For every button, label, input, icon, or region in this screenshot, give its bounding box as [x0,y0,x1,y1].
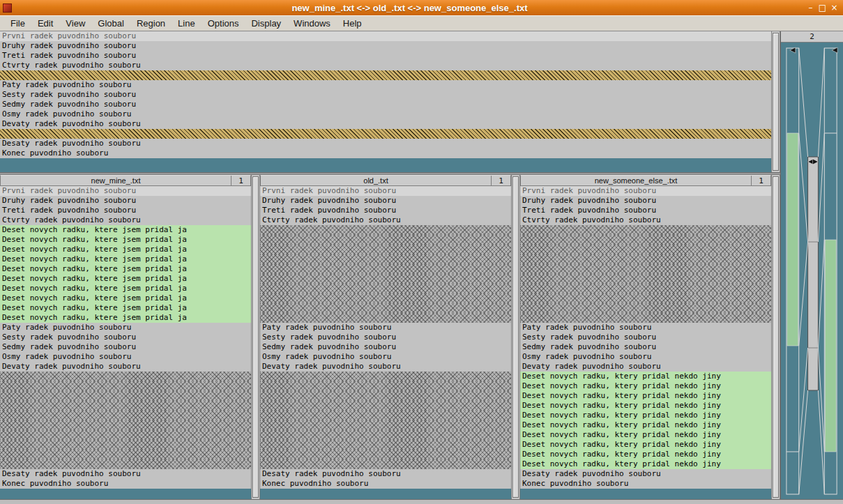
added-diff-line[interactable]: Deset novych radku, ktere jsem pridal ja [0,274,251,284]
added-diff-line[interactable]: Deset novych radku, ktery pridal nekdo j… [520,401,771,411]
text-line: Ctvrty radek puvodniho souboru [260,215,511,225]
text-line: Paty radek puvodniho souboru [0,323,251,333]
close-button[interactable]: × [828,2,840,13]
diff-hatch-line[interactable] [520,313,771,323]
added-diff-line[interactable]: Deset novych radku, ktery pridal nekdo j… [520,420,771,430]
added-diff-line[interactable]: Deset novych radku, ktery pridal nekdo j… [520,411,771,420]
diff-hatch-line[interactable] [520,284,771,293]
diff-hatch-line[interactable] [260,420,511,430]
minimize-button[interactable]: – [805,2,817,13]
diff-hatch-line[interactable] [260,372,511,381]
diff-hatch-line[interactable] [0,391,251,401]
diff-hatch-line[interactable] [260,274,511,284]
diff-hatch-line[interactable] [0,411,251,420]
diff-hatch-line[interactable] [520,303,771,313]
diff-hatch-line[interactable] [260,411,511,420]
text-line: Osmy radek puvodniho souboru [0,352,251,362]
menu-item-options[interactable]: Options [202,17,245,30]
added-diff-line[interactable]: Deset novych radku, ktere jsem pridal ja [0,303,251,313]
horizontal-scrollbar[interactable] [0,499,843,504]
diff-hatch-line[interactable] [520,264,771,274]
scrollbar-thumb[interactable] [512,176,519,498]
diff-hatch-line[interactable] [0,70,771,80]
menu-item-edit[interactable]: Edit [31,17,59,30]
added-diff-line[interactable]: Deset novych radku, ktery pridal nekdo j… [520,440,771,450]
diff-hatch-line[interactable] [0,430,251,440]
line-number-indicator: 1 [231,176,250,185]
diff-hatch-line[interactable] [0,459,251,469]
diff-hatch-line[interactable] [260,391,511,401]
diff-hatch-line[interactable] [520,274,771,284]
diff-hatch-line[interactable] [520,245,771,254]
vertical-scrollbar[interactable] [771,175,780,499]
added-diff-line[interactable]: Deset novych radku, ktere jsem pridal ja [0,264,251,274]
added-diff-line[interactable]: Deset novych radku, ktery pridal nekdo j… [520,459,771,469]
added-diff-line[interactable]: Deset novych radku, ktere jsem pridal ja [0,284,251,293]
diff-overview[interactable] [781,43,843,499]
menu-item-global[interactable]: Global [91,17,130,30]
diff-hatch-line[interactable] [0,450,251,459]
diff-hatch-line[interactable] [0,420,251,430]
merged-vertical-scrollbar[interactable] [771,31,780,172]
diff-hatch-line[interactable] [0,401,251,411]
diff-hatch-line[interactable] [520,254,771,264]
added-diff-line[interactable]: Deset novych radku, ktery pridal nekdo j… [520,450,771,459]
diff-hatch-line[interactable] [260,459,511,469]
pane-header: new_someone_else_.txt 1 [520,175,771,186]
diff-hatch-line[interactable] [260,440,511,450]
overview-panel: 2 [780,31,843,499]
text-line: Devaty radek puvodniho souboru [260,362,511,372]
added-diff-line[interactable]: Deset novych radku, ktery pridal nekdo j… [520,391,771,401]
diff-hatch-line[interactable] [260,430,511,440]
menu-item-line[interactable]: Line [172,17,202,30]
title-bar[interactable]: new_mine_.txt <-> old_.txt <-> new_someo… [0,0,843,15]
added-diff-line[interactable]: Deset novych radku, ktere jsem pridal ja [0,293,251,303]
diff-hatch-line[interactable] [0,440,251,450]
text-line: Ctvrty radek puvodniho souboru [0,61,771,70]
scrollbar-thumb[interactable] [773,33,779,171]
added-diff-line[interactable]: Deset novych radku, ktere jsem pridal ja [0,313,251,323]
diff-hatch-line[interactable] [520,235,771,245]
file-pane-middle: old_.txt 1 Prvni radek puvodniho souboru… [260,175,520,499]
added-diff-line[interactable]: Deset novych radku, ktere jsem pridal ja [0,254,251,264]
added-diff-line[interactable]: Deset novych radku, ktery pridal nekdo j… [520,381,771,391]
added-diff-line[interactable]: Deset novych radku, ktery pridal nekdo j… [520,430,771,440]
diff-hatch-line[interactable] [260,401,511,411]
diff-hatch-line[interactable] [0,372,251,381]
diff-hatch-line[interactable] [0,129,771,139]
diff-hatch-line[interactable] [260,254,511,264]
diff-hatch-line[interactable] [260,225,511,235]
diff-hatch-line[interactable] [260,313,511,323]
diff-hatch-line[interactable] [520,225,771,235]
text-line: Desaty radek puvodniho souboru [260,469,511,479]
diff-hatch-line[interactable] [260,303,511,313]
menu-item-windows[interactable]: Windows [287,17,337,30]
maximize-button[interactable]: □ [817,2,828,13]
added-diff-line[interactable]: Deset novych radku, ktere jsem pridal ja [0,225,251,235]
diff-hatch-line[interactable] [260,381,511,391]
diff-hatch-line[interactable] [260,284,511,293]
text-line: Sedmy radek puvodniho souboru [260,342,511,352]
diff-hatch-line[interactable] [0,381,251,391]
vertical-scrollbar[interactable] [251,175,260,499]
vertical-scrollbar[interactable] [511,175,520,499]
scrollbar-thumb[interactable] [773,176,779,498]
menu-item-region[interactable]: Region [130,17,172,30]
added-diff-line[interactable]: Deset novych radku, ktery pridal nekdo j… [520,372,771,381]
diff-hatch-line[interactable] [260,235,511,245]
diff-hatch-line[interactable] [260,293,511,303]
scrollbar-thumb[interactable] [252,176,259,498]
pane-title: new_mine_.txt [1,176,231,185]
added-diff-line[interactable]: Deset novych radku, ktere jsem pridal ja [0,235,251,245]
menu-item-help[interactable]: Help [337,17,368,30]
diff-hatch-line[interactable] [520,293,771,303]
diff-hatch-line[interactable] [260,264,511,274]
menu-item-file[interactable]: File [4,17,31,30]
diff-hatch-line[interactable] [260,450,511,459]
added-diff-line[interactable]: Deset novych radku, ktere jsem pridal ja [0,245,251,254]
file-pane-right: new_someone_else_.txt 1 Prvni radek puvo… [520,175,780,499]
diff-hatch-line[interactable] [260,245,511,254]
menu-item-view[interactable]: View [59,17,91,30]
menu-item-display[interactable]: Display [245,17,287,30]
text-line: Desaty radek puvodniho souboru [0,139,771,148]
